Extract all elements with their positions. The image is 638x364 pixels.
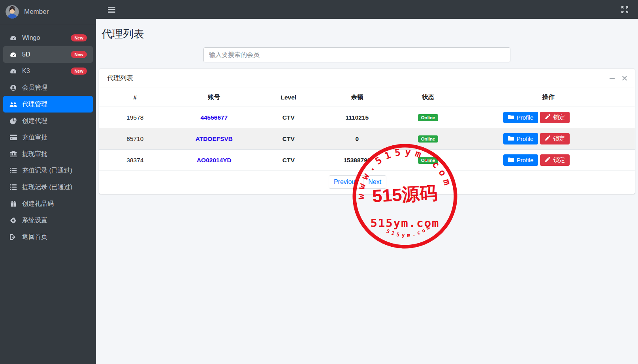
fullscreen-toggle[interactable]: [621, 6, 628, 13]
sidebar-item-agent-manage[interactable]: 代理管理: [3, 96, 93, 113]
table-row: 38374 AO02014YD CTV 15388798 Online Prof…: [99, 150, 635, 171]
account-link[interactable]: ATDOEFSVB: [196, 135, 233, 142]
table-body: 19578 44556677 CTV 1110215 Online Profil…: [99, 107, 635, 171]
table-header-row: #账号Level余额状态操作: [99, 88, 635, 107]
minimize-button[interactable]: [610, 78, 615, 79]
balance-cell: 0: [320, 128, 394, 150]
sidebar-item-label: 充值审批: [22, 133, 47, 142]
sidebar-item-system-settings[interactable]: 系统设置: [3, 212, 93, 229]
sidebar-item-label: 创建礼品码: [22, 200, 54, 208]
pencil-icon: [545, 157, 550, 163]
credit-card-icon: [8, 135, 19, 140]
row-id-cell: 65710: [99, 128, 171, 150]
user-panel: Member: [0, 0, 96, 24]
gift-icon: [8, 201, 19, 207]
balance-cell: 1110215: [320, 107, 394, 128]
status-badge: Online: [418, 135, 439, 143]
row-actions: Profile 锁定: [503, 154, 570, 166]
main-area: 代理列表 代理列表 #账号Level余额状态操作: [96, 0, 638, 364]
content: 代理列表 代理列表 #账号Level余额状态操作: [96, 19, 638, 364]
menu-toggle[interactable]: [108, 7, 115, 13]
card-title: 代理列表: [107, 74, 133, 83]
account-link[interactable]: 44556677: [200, 114, 228, 121]
sidebar-item-create-agent[interactable]: 创建代理: [3, 113, 93, 129]
sidebar-item-label: 返回首页: [22, 233, 47, 241]
list-icon: [8, 168, 19, 173]
new-badge: New: [71, 34, 87, 41]
sidebar-item-label: 提现记录 (已通过): [22, 183, 72, 191]
table-head: #账号Level余额状态操作: [99, 88, 635, 107]
sidebar-item-label: 5D: [22, 51, 30, 58]
pagination-previous[interactable]: Previous: [329, 175, 363, 189]
table-header-cell: Level: [257, 88, 320, 107]
sidebar-item-label: 系统设置: [22, 216, 47, 225]
sidebar-item-recharge-records[interactable]: 充值记录 (已通过): [3, 162, 93, 179]
lock-button[interactable]: 锁定: [540, 133, 570, 144]
card-tools: [610, 76, 627, 81]
sidebar-item-label: 会员管理: [22, 84, 47, 92]
pencil-icon: [545, 114, 550, 121]
agent-table: #账号Level余额状态操作 19578 44556677 CTV 111021…: [99, 88, 635, 171]
profile-button[interactable]: Profile: [503, 154, 538, 166]
sidebar-item-back-home[interactable]: 返回首页: [3, 229, 93, 245]
users-icon: [8, 101, 19, 107]
pagination: Previous Next: [329, 175, 386, 189]
sidebar-item-wingo[interactable]: Wingo New: [3, 30, 93, 46]
status-badge: Online: [418, 157, 439, 164]
sidebar-item-label: 充值记录 (已通过): [22, 167, 72, 175]
table-header-cell: 操作: [462, 88, 635, 107]
sidebar-nav: Wingo New 5D New K3 New 会员管理: [0, 24, 96, 245]
sidebar-item-withdraw-records[interactable]: 提现记录 (已通过): [3, 179, 93, 195]
sidebar: Member Wingo New 5D New K3 New: [0, 0, 96, 364]
row-actions: Profile 锁定: [503, 133, 570, 144]
table-header-cell: #: [99, 88, 171, 107]
sidebar-item-label: 代理管理: [22, 100, 47, 109]
lock-button-label: 锁定: [553, 156, 565, 164]
search-input[interactable]: [203, 47, 510, 62]
sidebar-item-label: K3: [22, 68, 30, 75]
row-id-cell: 19578: [99, 107, 171, 128]
status-badge: Online: [418, 114, 439, 121]
row-id-cell: 38374: [99, 150, 171, 171]
profile-button-label: Profile: [517, 157, 534, 163]
user-name[interactable]: Member: [24, 8, 49, 16]
sidebar-item-member-manage[interactable]: 会员管理: [3, 79, 93, 96]
table-header-cell: 状态: [394, 88, 462, 107]
account-link[interactable]: AO02014YD: [197, 157, 231, 163]
profile-button[interactable]: Profile: [503, 112, 538, 123]
pagination-next[interactable]: Next: [363, 175, 386, 189]
sidebar-item-label: Wingo: [22, 34, 40, 41]
agent-list-card: 代理列表 #账号Level余额状态操作 19578: [99, 69, 635, 194]
row-actions: Profile 锁定: [503, 112, 570, 123]
sidebar-item-withdraw-approve[interactable]: 提现审批: [3, 146, 93, 162]
user-avatar[interactable]: [6, 5, 19, 19]
folder-icon: [508, 114, 514, 121]
sidebar-item-k3[interactable]: K3 New: [3, 63, 93, 79]
svg-text:515ym.com: 515ym.com: [385, 223, 433, 241]
speedometer-icon: [8, 68, 19, 75]
new-badge: New: [71, 68, 87, 75]
stamp-arc-bottom-text: 515ym.com: [385, 223, 433, 241]
page-title: 代理列表: [102, 27, 635, 41]
table-row: 65710 ATDOEFSVB CTV 0 Online Profile: [99, 128, 635, 150]
level-cell: CTV: [257, 150, 320, 171]
list-icon: [8, 184, 19, 190]
sidebar-item-create-giftcode[interactable]: 创建礼品码: [3, 195, 93, 212]
sidebar-item-label: 创建代理: [22, 117, 47, 125]
close-button[interactable]: [622, 76, 627, 81]
lock-button-label: 锁定: [553, 135, 565, 143]
sidebar-item-recharge-approve[interactable]: 充值审批: [3, 129, 93, 146]
profile-button[interactable]: Profile: [503, 133, 538, 144]
lock-button[interactable]: 锁定: [540, 154, 570, 166]
pie-chart-icon: [8, 118, 19, 124]
folder-icon: [508, 157, 514, 163]
lock-button[interactable]: 锁定: [540, 112, 570, 123]
balance-cell: 15388798: [320, 150, 394, 171]
profile-button-label: Profile: [517, 135, 534, 142]
profile-button-label: Profile: [517, 114, 534, 121]
table-row: 19578 44556677 CTV 1110215 Online Profil…: [99, 107, 635, 128]
sidebar-item-5d[interactable]: 5D New: [3, 46, 93, 63]
table-header-cell: 余额: [320, 88, 394, 107]
speedometer-icon: [8, 51, 19, 58]
sidebar-item-label: 提现审批: [22, 150, 47, 158]
